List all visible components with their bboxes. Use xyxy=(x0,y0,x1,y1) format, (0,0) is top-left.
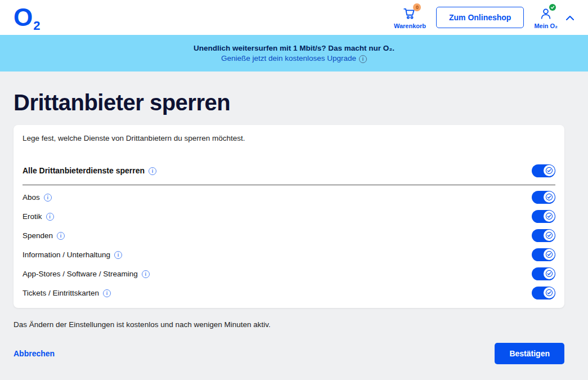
logo-letter: O xyxy=(14,5,33,30)
info-icon[interactable]: i xyxy=(359,55,367,63)
cart-icon: 0 xyxy=(402,6,417,21)
category-toggle-switch[interactable] xyxy=(532,191,555,204)
category-toggle-switch[interactable] xyxy=(532,229,555,242)
category-label: Spenden i xyxy=(23,231,65,240)
page-title: Drittanbieter sperren xyxy=(14,90,574,115)
master-toggle-switch[interactable] xyxy=(532,164,555,177)
banner-upgrade-link[interactable]: Genieße jetzt dein kostenloses Upgrade i xyxy=(221,54,367,62)
chevron-up-icon[interactable] xyxy=(565,14,574,21)
account-label: Mein O₂ xyxy=(534,23,558,29)
category-label-text: Erotik xyxy=(23,212,42,221)
info-icon[interactable]: i xyxy=(46,213,54,221)
category-label: App-Stores / Software / Streaming i xyxy=(23,270,150,278)
info-icon[interactable]: i xyxy=(149,167,156,175)
category-label-text: Abos xyxy=(23,193,40,202)
intro-text: Lege fest, welche Dienste von Drittanbie… xyxy=(23,133,555,144)
category-toggle-switch[interactable] xyxy=(532,267,555,280)
category-row: Abos i xyxy=(23,187,555,207)
category-toggle-switch[interactable] xyxy=(532,248,555,261)
logo-subscript: 2 xyxy=(33,20,40,32)
master-toggle-label: Alle Drittanbieterdienste sperren i xyxy=(23,166,156,175)
cart-badge: 0 xyxy=(413,3,421,11)
user-icon xyxy=(538,6,553,21)
category-label-text: Tickets / Eintrittskarten xyxy=(23,289,99,297)
category-row: Information / Unterhaltung i xyxy=(23,245,555,264)
top-header: O2 0 Warenkorb Zum Onlineshop xyxy=(0,0,588,35)
confirm-button[interactable]: Bestätigen xyxy=(495,343,564,364)
category-label: Erotik i xyxy=(23,212,54,221)
onlineshop-button[interactable]: Zum Onlineshop xyxy=(436,7,524,28)
cart-label: Warenkorb xyxy=(394,23,426,29)
loggedin-check-badge xyxy=(549,4,556,11)
category-label: Information / Unterhaltung i xyxy=(23,251,122,259)
header-actions: 0 Warenkorb Zum Onlineshop Mein O₂ xyxy=(394,6,574,29)
master-label-text: Alle Drittanbieterdienste sperren xyxy=(23,166,145,175)
toggle-knob xyxy=(544,211,555,222)
master-toggle-row: Alle Drittanbieterdienste sperren i xyxy=(23,161,555,180)
category-toggle-switch[interactable] xyxy=(532,287,555,299)
divider xyxy=(23,185,555,185)
banner-link-text: Genieße jetzt dein kostenloses Upgrade xyxy=(221,54,356,62)
toggle-knob xyxy=(544,165,555,176)
toggle-knob xyxy=(544,230,555,241)
action-bar: Abbrechen Bestätigen xyxy=(14,343,564,364)
settings-card: Lege fest, welche Dienste von Drittanbie… xyxy=(14,125,564,308)
category-label-text: Spenden xyxy=(23,231,53,240)
category-label-text: App-Stores / Software / Streaming xyxy=(23,270,138,278)
note-text: Das Ändern der Einstellungen ist kostenl… xyxy=(14,320,574,329)
category-label-text: Information / Unterhaltung xyxy=(23,251,110,259)
banner-headline: Unendlich weitersurfen mit 1 Mbit/s? Das… xyxy=(194,44,394,52)
category-row: Erotik i xyxy=(23,207,555,226)
cancel-link[interactable]: Abbrechen xyxy=(14,349,55,358)
toggle-knob xyxy=(544,268,555,279)
toggle-knob xyxy=(544,191,555,203)
category-row: Tickets / Eintrittskarten i xyxy=(23,283,555,302)
category-row: Spenden i xyxy=(23,226,555,245)
account-button[interactable]: Mein O₂ xyxy=(534,6,558,29)
info-icon[interactable]: i xyxy=(114,251,122,259)
info-icon[interactable]: i xyxy=(142,270,150,278)
info-icon[interactable]: i xyxy=(103,289,111,297)
o2-logo[interactable]: O2 xyxy=(14,5,40,30)
cart-button[interactable]: 0 Warenkorb xyxy=(394,6,426,29)
category-label: Tickets / Eintrittskarten i xyxy=(23,289,111,297)
info-icon[interactable]: i xyxy=(44,194,52,202)
category-row: App-Stores / Software / Streaming i xyxy=(23,264,555,283)
toggle-knob xyxy=(544,287,555,298)
promo-banner: Unendlich weitersurfen mit 1 Mbit/s? Das… xyxy=(0,35,588,71)
toggle-knob xyxy=(544,249,555,260)
info-icon[interactable]: i xyxy=(57,232,65,240)
main-content: Drittanbieter sperren Lege fest, welche … xyxy=(0,71,588,364)
category-label: Abos i xyxy=(23,193,52,202)
category-list: Abos i Erotik i xyxy=(23,187,555,302)
category-toggle-switch[interactable] xyxy=(532,210,555,223)
